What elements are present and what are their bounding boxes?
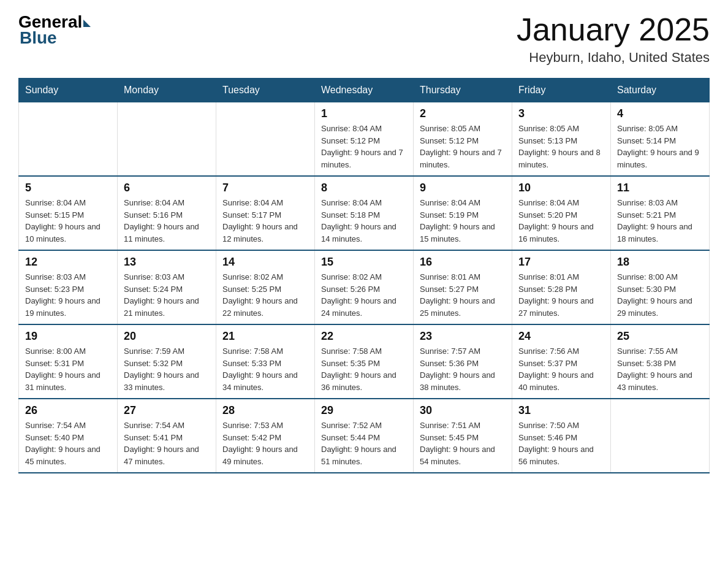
calendar-cell: 17Sunrise: 8:01 AM Sunset: 5:28 PM Dayli… bbox=[512, 250, 611, 324]
day-info: Sunrise: 8:00 AM Sunset: 5:31 PM Dayligh… bbox=[25, 345, 111, 393]
day-number: 19 bbox=[25, 330, 111, 343]
calendar-cell: 13Sunrise: 8:03 AM Sunset: 5:24 PM Dayli… bbox=[118, 250, 216, 324]
calendar-cell bbox=[118, 102, 216, 177]
calendar-cell: 29Sunrise: 7:52 AM Sunset: 5:44 PM Dayli… bbox=[315, 399, 414, 473]
day-info: Sunrise: 8:00 AM Sunset: 5:30 PM Dayligh… bbox=[617, 271, 703, 319]
calendar-cell: 10Sunrise: 8:04 AM Sunset: 5:20 PM Dayli… bbox=[512, 176, 611, 250]
day-number: 16 bbox=[420, 256, 506, 269]
day-info: Sunrise: 8:04 AM Sunset: 5:15 PM Dayligh… bbox=[25, 197, 111, 245]
calendar-subtitle: Heyburn, Idaho, United States bbox=[517, 50, 710, 66]
day-info: Sunrise: 7:54 AM Sunset: 5:40 PM Dayligh… bbox=[25, 419, 111, 467]
day-number: 20 bbox=[124, 330, 210, 343]
day-number: 23 bbox=[420, 330, 506, 343]
day-info: Sunrise: 7:59 AM Sunset: 5:32 PM Dayligh… bbox=[124, 345, 210, 393]
calendar-cell: 24Sunrise: 7:56 AM Sunset: 5:37 PM Dayli… bbox=[512, 324, 611, 399]
day-info: Sunrise: 7:58 AM Sunset: 5:33 PM Dayligh… bbox=[222, 345, 308, 393]
calendar-cell: 28Sunrise: 7:53 AM Sunset: 5:42 PM Dayli… bbox=[216, 399, 315, 473]
day-info: Sunrise: 8:02 AM Sunset: 5:25 PM Dayligh… bbox=[222, 271, 308, 319]
calendar-cell: 3Sunrise: 8:05 AM Sunset: 5:13 PM Daylig… bbox=[512, 102, 611, 177]
header-cell-wednesday: Wednesday bbox=[315, 79, 414, 102]
header-cell-tuesday: Tuesday bbox=[216, 79, 315, 102]
day-number: 9 bbox=[420, 182, 506, 194]
day-number: 7 bbox=[222, 182, 308, 194]
day-info: Sunrise: 8:04 AM Sunset: 5:20 PM Dayligh… bbox=[518, 197, 604, 245]
day-number: 26 bbox=[25, 404, 111, 417]
day-info: Sunrise: 7:57 AM Sunset: 5:36 PM Dayligh… bbox=[420, 345, 506, 393]
day-info: Sunrise: 8:04 AM Sunset: 5:18 PM Dayligh… bbox=[321, 197, 407, 245]
day-info: Sunrise: 7:50 AM Sunset: 5:46 PM Dayligh… bbox=[518, 419, 604, 467]
day-number: 3 bbox=[518, 107, 604, 120]
day-number: 11 bbox=[617, 182, 703, 194]
calendar-table: SundayMondayTuesdayWednesdayThursdayFrid… bbox=[18, 78, 710, 473]
day-number: 21 bbox=[222, 330, 308, 343]
header-cell-thursday: Thursday bbox=[414, 79, 512, 102]
day-number: 15 bbox=[321, 256, 407, 269]
page-header: General Blue January 2025 Heyburn, Idaho… bbox=[18, 12, 710, 66]
day-info: Sunrise: 8:03 AM Sunset: 5:24 PM Dayligh… bbox=[124, 271, 210, 319]
day-info: Sunrise: 8:05 AM Sunset: 5:14 PM Dayligh… bbox=[617, 123, 703, 170]
week-row-2: 12Sunrise: 8:03 AM Sunset: 5:23 PM Dayli… bbox=[19, 250, 710, 324]
day-info: Sunrise: 7:53 AM Sunset: 5:42 PM Dayligh… bbox=[222, 419, 308, 467]
header-row: SundayMondayTuesdayWednesdayThursdayFrid… bbox=[19, 79, 710, 102]
day-number: 24 bbox=[518, 330, 604, 343]
day-number: 30 bbox=[420, 404, 506, 417]
day-number: 13 bbox=[124, 256, 210, 269]
day-number: 27 bbox=[124, 404, 210, 417]
day-info: Sunrise: 7:55 AM Sunset: 5:38 PM Dayligh… bbox=[617, 345, 703, 393]
calendar-cell: 26Sunrise: 7:54 AM Sunset: 5:40 PM Dayli… bbox=[19, 399, 118, 473]
calendar-cell: 8Sunrise: 8:04 AM Sunset: 5:18 PM Daylig… bbox=[315, 176, 414, 250]
week-row-3: 19Sunrise: 8:00 AM Sunset: 5:31 PM Dayli… bbox=[19, 324, 710, 399]
day-number: 6 bbox=[124, 182, 210, 194]
calendar-cell: 9Sunrise: 8:04 AM Sunset: 5:19 PM Daylig… bbox=[414, 176, 512, 250]
calendar-header: SundayMondayTuesdayWednesdayThursdayFrid… bbox=[19, 79, 710, 102]
calendar-cell: 6Sunrise: 8:04 AM Sunset: 5:16 PM Daylig… bbox=[118, 176, 216, 250]
day-info: Sunrise: 8:05 AM Sunset: 5:13 PM Dayligh… bbox=[518, 123, 604, 170]
day-info: Sunrise: 8:04 AM Sunset: 5:16 PM Dayligh… bbox=[124, 197, 210, 245]
calendar-cell: 5Sunrise: 8:04 AM Sunset: 5:15 PM Daylig… bbox=[19, 176, 118, 250]
day-number: 31 bbox=[518, 404, 604, 417]
calendar-cell: 30Sunrise: 7:51 AM Sunset: 5:45 PM Dayli… bbox=[414, 399, 512, 473]
header-cell-friday: Friday bbox=[512, 79, 611, 102]
day-info: Sunrise: 7:52 AM Sunset: 5:44 PM Dayligh… bbox=[321, 419, 407, 467]
logo-arrow-icon bbox=[83, 20, 91, 27]
day-number: 12 bbox=[25, 256, 111, 269]
calendar-cell: 11Sunrise: 8:03 AM Sunset: 5:21 PM Dayli… bbox=[611, 176, 710, 250]
calendar-cell: 12Sunrise: 8:03 AM Sunset: 5:23 PM Dayli… bbox=[19, 250, 118, 324]
calendar-cell: 7Sunrise: 8:04 AM Sunset: 5:17 PM Daylig… bbox=[216, 176, 315, 250]
calendar-cell bbox=[216, 102, 315, 177]
day-info: Sunrise: 7:54 AM Sunset: 5:41 PM Dayligh… bbox=[124, 419, 210, 467]
header-cell-saturday: Saturday bbox=[611, 79, 710, 102]
calendar-cell bbox=[611, 399, 710, 473]
calendar-cell: 25Sunrise: 7:55 AM Sunset: 5:38 PM Dayli… bbox=[611, 324, 710, 399]
calendar-cell: 16Sunrise: 8:01 AM Sunset: 5:27 PM Dayli… bbox=[414, 250, 512, 324]
day-info: Sunrise: 8:04 AM Sunset: 5:12 PM Dayligh… bbox=[321, 123, 407, 170]
week-row-0: 1Sunrise: 8:04 AM Sunset: 5:12 PM Daylig… bbox=[19, 102, 710, 177]
calendar-body: 1Sunrise: 8:04 AM Sunset: 5:12 PM Daylig… bbox=[19, 102, 710, 473]
calendar-cell: 20Sunrise: 7:59 AM Sunset: 5:32 PM Dayli… bbox=[118, 324, 216, 399]
day-info: Sunrise: 8:03 AM Sunset: 5:21 PM Dayligh… bbox=[617, 197, 703, 245]
day-info: Sunrise: 8:02 AM Sunset: 5:26 PM Dayligh… bbox=[321, 271, 407, 319]
day-number: 10 bbox=[518, 182, 604, 194]
calendar-cell: 22Sunrise: 7:58 AM Sunset: 5:35 PM Dayli… bbox=[315, 324, 414, 399]
logo: General Blue bbox=[18, 12, 91, 48]
calendar-cell: 14Sunrise: 8:02 AM Sunset: 5:25 PM Dayli… bbox=[216, 250, 315, 324]
title-block: January 2025 Heyburn, Idaho, United Stat… bbox=[517, 12, 710, 66]
day-number: 28 bbox=[222, 404, 308, 417]
calendar-cell: 4Sunrise: 8:05 AM Sunset: 5:14 PM Daylig… bbox=[611, 102, 710, 177]
day-info: Sunrise: 8:01 AM Sunset: 5:28 PM Dayligh… bbox=[518, 271, 604, 319]
calendar-cell bbox=[19, 102, 118, 177]
week-row-1: 5Sunrise: 8:04 AM Sunset: 5:15 PM Daylig… bbox=[19, 176, 710, 250]
day-number: 4 bbox=[617, 107, 703, 120]
day-info: Sunrise: 7:56 AM Sunset: 5:37 PM Dayligh… bbox=[518, 345, 604, 393]
header-cell-sunday: Sunday bbox=[19, 79, 118, 102]
day-number: 18 bbox=[617, 256, 703, 269]
day-number: 17 bbox=[518, 256, 604, 269]
day-info: Sunrise: 8:04 AM Sunset: 5:19 PM Dayligh… bbox=[420, 197, 506, 245]
calendar-cell: 15Sunrise: 8:02 AM Sunset: 5:26 PM Dayli… bbox=[315, 250, 414, 324]
header-cell-monday: Monday bbox=[118, 79, 216, 102]
calendar-cell: 2Sunrise: 8:05 AM Sunset: 5:12 PM Daylig… bbox=[414, 102, 512, 177]
day-number: 2 bbox=[420, 107, 506, 120]
week-row-4: 26Sunrise: 7:54 AM Sunset: 5:40 PM Dayli… bbox=[19, 399, 710, 473]
day-number: 22 bbox=[321, 330, 407, 343]
calendar-title: January 2025 bbox=[517, 12, 710, 47]
